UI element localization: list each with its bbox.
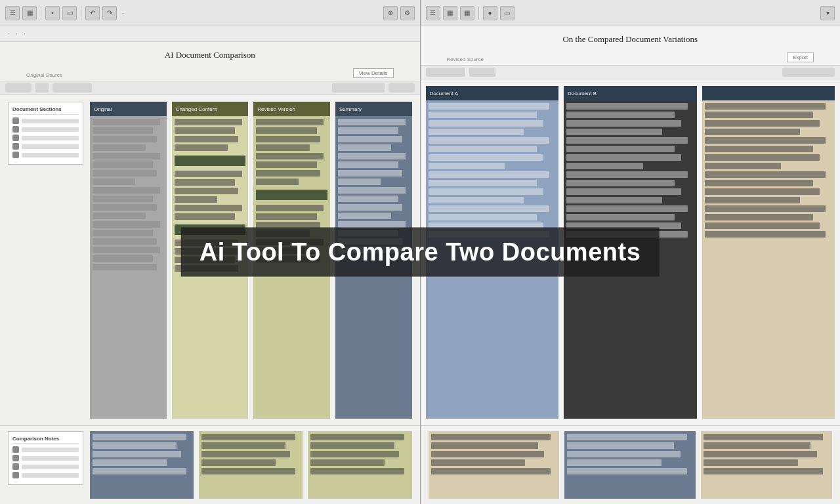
right-doc-header: On the Compared Document Variations (421, 26, 841, 50)
diff-row (429, 154, 543, 161)
left-doc-title: AI Document Comparison (26, 50, 394, 60)
diff-row (338, 119, 406, 125)
overlay-caption: Ai Tool To Compare Two Documents (181, 228, 660, 277)
undo-icon[interactable]: ↶ (85, 6, 100, 20)
right-bottom-columns (429, 431, 833, 499)
list-item[interactable] (12, 446, 79, 453)
column-header: Original (90, 102, 167, 116)
chip[interactable] (469, 68, 495, 77)
left-doc-meta: Original Source View Details (0, 66, 420, 81)
ribbon-tab[interactable]: · (24, 31, 25, 37)
list-item-label (22, 127, 79, 132)
diff-row (256, 127, 316, 134)
diff-row (566, 180, 675, 186)
bottom-col[interactable] (199, 431, 303, 499)
file-icon[interactable]: ▦ (22, 6, 37, 20)
diff-row (175, 188, 239, 194)
column-body[interactable] (90, 116, 167, 419)
bottom-col[interactable] (90, 431, 194, 499)
diff-row (431, 451, 545, 457)
diff-row (201, 442, 285, 449)
chip[interactable] (388, 83, 415, 93)
diff-row (705, 205, 826, 212)
print-icon[interactable]: ▭ (62, 6, 77, 20)
chip[interactable] (52, 83, 92, 93)
bullet-icon (12, 135, 19, 141)
diff-row (705, 222, 820, 229)
chip[interactable] (5, 83, 32, 93)
diff-row (704, 451, 817, 457)
list-item[interactable] (12, 455, 79, 461)
save-icon[interactable]: ▪ (45, 6, 60, 20)
diff-row (705, 112, 813, 118)
diff-row (429, 171, 550, 178)
menu-icon[interactable]: ☰ (426, 6, 440, 20)
bottom-col[interactable] (308, 431, 411, 499)
list-item[interactable] (12, 126, 79, 133)
list-item-label (22, 119, 79, 123)
diff-row (338, 153, 406, 159)
diff-row (175, 144, 228, 151)
list-item[interactable] (12, 472, 79, 478)
diff-row (93, 178, 135, 185)
diff-row (175, 127, 235, 134)
list-item[interactable] (12, 152, 79, 158)
diff-row (93, 442, 177, 449)
chip[interactable] (782, 68, 835, 77)
diff-row (431, 434, 551, 440)
right-secondary-bar (421, 65, 841, 79)
diff-row (310, 451, 399, 457)
diff-row (566, 129, 662, 135)
diff-row (566, 154, 681, 161)
diff-row (256, 136, 320, 142)
chip[interactable] (35, 83, 49, 93)
grid-icon[interactable]: ▦ (460, 6, 474, 20)
zoom-icon[interactable]: ⊕ (383, 6, 398, 20)
chip[interactable] (426, 68, 465, 77)
diff-row (705, 171, 826, 178)
bottom-col[interactable] (701, 431, 832, 499)
ribbon-tab[interactable]: · (8, 31, 9, 37)
menu-icon[interactable]: ☰ (5, 6, 20, 20)
diff-row (93, 170, 157, 177)
diff-row (338, 187, 406, 194)
box-icon[interactable]: ▭ (500, 6, 514, 20)
list-item[interactable] (12, 117, 79, 124)
diff-row (566, 163, 643, 169)
diff-row (566, 214, 675, 220)
diff-row (93, 451, 181, 457)
list-item[interactable] (12, 143, 79, 150)
diff-row (567, 434, 686, 440)
chevron-down-icon[interactable]: ▾ (820, 6, 835, 20)
left-bottom-panel: Comparison Notes (0, 425, 420, 504)
diff-row (310, 468, 404, 474)
chip[interactable] (332, 83, 385, 93)
right-meta-button[interactable]: Export (787, 52, 814, 62)
diff-row (93, 187, 160, 194)
section-divider (256, 190, 327, 200)
diff-row (704, 434, 823, 440)
diff-row (566, 197, 662, 203)
redo-icon[interactable]: ↷ (102, 6, 117, 20)
circle-icon[interactable]: ● (483, 6, 497, 20)
bottom-col[interactable] (429, 431, 560, 499)
diff-row (93, 153, 160, 159)
column-header: Changed Content (172, 102, 249, 116)
diff-row (93, 196, 153, 202)
diff-row (429, 180, 537, 186)
bottom-col[interactable] (564, 431, 696, 499)
grid-icon[interactable]: ▦ (443, 6, 457, 20)
bullet-icon (12, 455, 19, 461)
sidebar-group-1: Document Sections (8, 102, 83, 165)
ribbon-tab[interactable]: · (16, 31, 17, 37)
diff-row (705, 231, 826, 238)
bullet-icon (12, 143, 19, 150)
left-secondary-bar (0, 81, 420, 95)
diff-row (567, 468, 686, 474)
left-meta-button[interactable]: View Details (353, 68, 394, 78)
list-item[interactable] (12, 463, 79, 470)
diff-row (93, 213, 146, 219)
settings-icon[interactable]: ⚙ (400, 6, 415, 20)
column-body[interactable] (702, 100, 835, 419)
list-item[interactable] (12, 135, 79, 141)
